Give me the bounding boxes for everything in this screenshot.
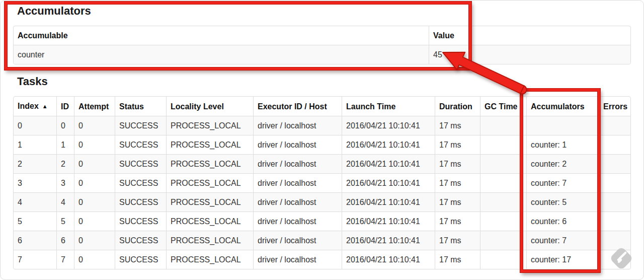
column-header-label: Locality Level bbox=[171, 102, 224, 111]
column-header[interactable]: Duration bbox=[435, 97, 480, 116]
table-cell bbox=[599, 154, 630, 173]
sort-ascending-icon: ▲ bbox=[42, 103, 48, 109]
table-cell: 0 bbox=[74, 212, 115, 231]
table-cell: PROCESS_LOCAL bbox=[166, 173, 253, 192]
table-cell bbox=[599, 231, 630, 250]
table-cell: PROCESS_LOCAL bbox=[166, 135, 253, 154]
table-cell: driver / localhost bbox=[253, 212, 342, 231]
column-header[interactable]: Locality Level bbox=[166, 97, 253, 116]
table-cell: 0 bbox=[74, 154, 115, 173]
table-cell: SUCCESS bbox=[115, 135, 166, 154]
column-header[interactable]: Executor ID / Host bbox=[253, 97, 342, 116]
table-cell bbox=[599, 135, 630, 154]
table-cell: driver / localhost bbox=[253, 173, 342, 192]
table-cell: 3 bbox=[14, 173, 56, 192]
table-cell: SUCCESS bbox=[115, 231, 166, 250]
table-cell: PROCESS_LOCAL bbox=[166, 231, 253, 250]
column-header-label: Accumulators bbox=[531, 102, 585, 111]
table-row: 110SUCCESSPROCESS_LOCALdriver / localhos… bbox=[14, 135, 630, 154]
table-cell bbox=[599, 212, 630, 231]
table-cell bbox=[480, 250, 526, 269]
table-cell: 45 bbox=[429, 45, 630, 64]
table-cell: 2016/04/21 10:10:41 bbox=[342, 212, 435, 231]
table-cell: counter: 1 bbox=[526, 135, 599, 154]
table-cell: PROCESS_LOCAL bbox=[166, 154, 253, 173]
table-cell bbox=[480, 231, 526, 250]
table-cell: 2 bbox=[14, 154, 56, 173]
table-cell bbox=[599, 116, 630, 135]
table-cell: counter: 6 bbox=[526, 212, 599, 231]
table-cell bbox=[480, 192, 526, 212]
table-cell: 0 bbox=[74, 192, 115, 212]
table-row: 440SUCCESSPROCESS_LOCALdriver / localhos… bbox=[14, 192, 630, 212]
table-cell: counter bbox=[14, 45, 429, 64]
table-row: counter45 bbox=[14, 45, 630, 64]
column-header-label: Index bbox=[18, 102, 39, 110]
tasks-table: Index▲IDAttemptStatusLocality LevelExecu… bbox=[13, 96, 631, 269]
column-header-label: GC Time bbox=[485, 102, 518, 111]
table-cell: 17 ms bbox=[435, 135, 480, 154]
table-cell bbox=[480, 135, 526, 154]
column-header[interactable]: ID bbox=[56, 97, 74, 116]
table-cell: 2 bbox=[56, 154, 74, 173]
column-header-label: Duration bbox=[439, 102, 472, 111]
table-cell: 0 bbox=[74, 231, 115, 250]
column-header[interactable]: Accumulators bbox=[526, 97, 599, 116]
column-header[interactable]: Attempt bbox=[74, 97, 115, 116]
table-cell: 2016/04/21 10:10:41 bbox=[342, 116, 435, 135]
table-cell bbox=[599, 192, 630, 212]
column-header[interactable]: Errors bbox=[599, 97, 630, 116]
accumulators-table: AccumulableValuecounter45 bbox=[13, 26, 631, 64]
spark-ui-page: Accumulators AccumulableValuecounter45 T… bbox=[0, 0, 644, 280]
table-cell bbox=[599, 250, 630, 269]
table-cell: 7 bbox=[56, 250, 74, 269]
table-cell: 5 bbox=[56, 212, 74, 231]
column-header-label: Executor ID / Host bbox=[258, 102, 327, 111]
table-cell: 2016/04/21 10:10:41 bbox=[342, 250, 435, 269]
table-cell: 1 bbox=[56, 135, 74, 154]
table-cell: 17 ms bbox=[435, 250, 480, 269]
column-header: Value bbox=[429, 26, 630, 45]
table-cell: 3 bbox=[56, 173, 74, 192]
table-cell bbox=[599, 173, 630, 192]
table-cell: 5 bbox=[14, 212, 56, 231]
table-row: 660SUCCESSPROCESS_LOCALdriver / localhos… bbox=[14, 231, 630, 250]
table-cell: SUCCESS bbox=[115, 154, 166, 173]
table-cell bbox=[480, 116, 526, 135]
column-header[interactable]: Index▲ bbox=[14, 97, 56, 116]
table-cell: SUCCESS bbox=[115, 116, 166, 135]
table-cell: 6 bbox=[14, 231, 56, 250]
table-cell: 6 bbox=[56, 231, 74, 250]
table-cell: 0 bbox=[74, 116, 115, 135]
table-cell: 2016/04/21 10:10:41 bbox=[342, 192, 435, 212]
table-cell: 0 bbox=[14, 116, 56, 135]
table-cell: 0 bbox=[74, 173, 115, 192]
column-header[interactable]: Status bbox=[115, 97, 166, 116]
table-cell: counter: 17 bbox=[526, 250, 599, 269]
table-cell: SUCCESS bbox=[115, 173, 166, 192]
table-cell: PROCESS_LOCAL bbox=[166, 212, 253, 231]
table-cell: driver / localhost bbox=[253, 250, 342, 269]
table-cell bbox=[526, 116, 599, 135]
column-header[interactable]: GC Time bbox=[480, 97, 526, 116]
accumulators-section-heading: Accumulators bbox=[17, 5, 91, 18]
table-cell: 2016/04/21 10:10:41 bbox=[342, 231, 435, 250]
table-cell: SUCCESS bbox=[115, 212, 166, 231]
table-cell: counter: 7 bbox=[526, 231, 599, 250]
table-cell: 17 ms bbox=[435, 231, 480, 250]
table-row: 330SUCCESSPROCESS_LOCALdriver / localhos… bbox=[14, 173, 630, 192]
column-header[interactable]: Launch Time bbox=[342, 97, 435, 116]
column-header-label: Value bbox=[433, 31, 454, 40]
table-cell: 2016/04/21 10:10:41 bbox=[342, 173, 435, 192]
table-cell: SUCCESS bbox=[115, 250, 166, 269]
table-cell: 4 bbox=[56, 192, 74, 212]
table-cell: 2016/04/21 10:10:41 bbox=[342, 154, 435, 173]
table-cell: driver / localhost bbox=[253, 192, 342, 212]
table-cell: 17 ms bbox=[435, 116, 480, 135]
table-cell: driver / localhost bbox=[253, 154, 342, 173]
header-row: AccumulableValue bbox=[14, 26, 630, 45]
table-cell: counter: 7 bbox=[526, 173, 599, 192]
column-header: Accumulable bbox=[14, 26, 429, 45]
column-header-label: Status bbox=[119, 102, 144, 111]
tasks-section-heading: Tasks bbox=[17, 75, 48, 88]
